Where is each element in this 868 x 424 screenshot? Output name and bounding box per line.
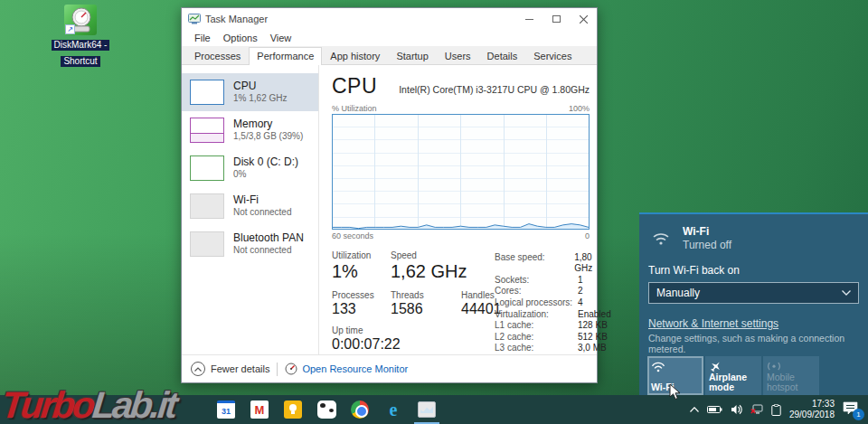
close-icon xyxy=(580,15,588,24)
chevron-up-icon xyxy=(690,407,699,412)
tray-expand-button[interactable] xyxy=(690,407,699,412)
detail-row: L2 cache:512 KB xyxy=(495,332,611,344)
shortcut-arrow-icon: ↗ xyxy=(65,24,75,34)
tab-bar: Processes Performance App history Startu… xyxy=(182,46,597,65)
cow-icon xyxy=(317,400,336,419)
notification-badge: 1 xyxy=(853,409,864,420)
titlebar[interactable]: Task Manager xyxy=(182,8,597,30)
tab-performance[interactable]: Performance xyxy=(249,47,322,65)
wifi-thumbnail xyxy=(190,193,224,219)
action-center-button[interactable]: 1 xyxy=(843,401,861,418)
sidebar-item-title: Wi-Fi xyxy=(233,194,292,206)
task-manager-window: Task Manager File Options View Processes… xyxy=(181,7,598,383)
stat-threads: Threads 1586 xyxy=(391,290,452,319)
gmail-icon: M xyxy=(250,400,269,419)
sidebar-item-subtitle: 1% 1,62 GHz xyxy=(233,92,287,104)
network-disconnected-icon[interactable] xyxy=(750,404,763,415)
graph-axis-zero: 0 xyxy=(585,231,590,240)
menu-item-options[interactable]: Options xyxy=(217,33,264,43)
cpu-details: Base speed:1,80 GHz Sockets:1 Cores:2 Lo… xyxy=(495,250,611,354)
sidebar-item-title: Memory xyxy=(233,118,303,130)
graph-axis-seconds: 60 seconds xyxy=(332,231,373,240)
sidebar-item-bluetooth-pan[interactable]: Bluetooth PAN Not connected xyxy=(182,225,318,263)
menu-item-view[interactable]: View xyxy=(264,33,298,43)
chevron-up-icon xyxy=(191,362,205,376)
maximize-button[interactable] xyxy=(542,9,570,29)
chevron-down-icon xyxy=(842,290,851,296)
sidebar-item-memory[interactable]: Memory 1,5/3,8 GB (39%) xyxy=(182,111,318,149)
fewer-details-button[interactable]: Fewer details xyxy=(191,362,269,376)
taskbar-icon-keep[interactable] xyxy=(282,399,304,420)
network-settings-link[interactable]: Network & Internet settings xyxy=(648,317,859,330)
cpu-thumbnail xyxy=(190,80,224,105)
wifi-flyout-title: Wi-Fi xyxy=(683,225,731,239)
window-title: Task Manager xyxy=(205,14,515,24)
tray-clock[interactable]: 17:33 29/09/2018 xyxy=(789,399,835,420)
cpu-usage-graph xyxy=(332,114,590,230)
desktop-background: ↗ DiskMark64 - Shortcut Task Manager xyxy=(0,0,868,424)
quick-action-tile-mobile-hotspot[interactable]: Mobile hotspot xyxy=(763,356,819,395)
close-button[interactable] xyxy=(570,9,597,29)
taskbar-icon-edge[interactable]: e xyxy=(382,399,404,420)
taskbar-icon-calendar[interactable]: 31 xyxy=(215,399,237,420)
battery-icon[interactable] xyxy=(707,405,722,414)
graph-axis-utilization: % Utilization xyxy=(332,104,377,113)
detail-row: Virtualization:Enabled xyxy=(495,309,611,321)
sidebar-item-cpu[interactable]: CPU 1% 1,62 GHz xyxy=(182,73,318,111)
clock-date: 29/09/2018 xyxy=(789,410,835,420)
wifi-status: Turned off xyxy=(683,239,731,252)
sidebar-item-wifi[interactable]: Wi-Fi Not connected xyxy=(182,187,318,225)
menubar: File Options View xyxy=(182,30,597,46)
tab-startup[interactable]: Startup xyxy=(388,47,436,64)
diskmark-shortcut[interactable]: ↗ DiskMark64 - Shortcut xyxy=(40,5,121,68)
detail-row: Sockets:1 xyxy=(495,275,611,287)
sidebar-item-title: Bluetooth PAN xyxy=(233,232,304,244)
stat-uptime: Up time 0:00:07:22 xyxy=(332,325,502,354)
sidebar-item-subtitle: 1,5/3,8 GB (39%) xyxy=(233,130,303,142)
disk-thumbnail xyxy=(190,155,224,181)
taskbar-icon-cow-app[interactable] xyxy=(316,399,337,420)
shortcut-label: DiskMark64 - xyxy=(52,40,110,51)
sidebar-item-subtitle: Not connected xyxy=(233,206,292,218)
task-manager-taskbar-icon xyxy=(418,401,436,418)
chrome-icon xyxy=(351,400,369,419)
minimize-button[interactable] xyxy=(515,9,542,29)
wifi-reenable-dropdown[interactable]: Manually xyxy=(648,282,859,304)
tab-users[interactable]: Users xyxy=(437,47,479,64)
sidebar-item-subtitle: Not connected xyxy=(233,244,304,256)
taskmanager-footer: Fewer details Open Resource Monitor xyxy=(182,354,597,382)
menu-item-file[interactable]: File xyxy=(188,33,217,43)
turn-wifi-back-on-label: Turn Wi-Fi back on xyxy=(648,264,859,277)
clock-time: 17:33 xyxy=(789,399,835,410)
detail-row: Logical processors:4 xyxy=(495,297,611,309)
diskmark-icon: ↗ xyxy=(64,5,97,35)
cpu-panel: CPU Intel(R) Core(TM) i3-3217U CPU @ 1.8… xyxy=(319,65,597,354)
quick-action-tile-airplane-mode[interactable]: Airplane mode xyxy=(705,356,761,395)
system-tray: 17:33 29/09/2018 1 xyxy=(690,399,868,420)
minimize-icon xyxy=(525,19,533,20)
clipboard-icon[interactable] xyxy=(771,404,781,416)
taskbar-icon-gmail[interactable]: M xyxy=(249,399,270,420)
memory-thumbnail xyxy=(190,118,224,143)
shortcut-label-line2: Shortcut xyxy=(61,56,99,67)
detail-row: L1 cache:128 KB xyxy=(495,320,611,332)
volume-icon[interactable] xyxy=(731,404,742,415)
task-manager-app-icon xyxy=(188,14,201,24)
sidebar-item-title: Disk 0 (C: D:) xyxy=(233,156,298,168)
stat-processes: Processes 133 xyxy=(332,290,382,319)
resource-monitor-link[interactable]: Open Resource Monitor xyxy=(285,363,408,375)
taskbar-icon-chrome[interactable] xyxy=(349,399,371,420)
footer-divider xyxy=(277,363,278,376)
bluetooth-thumbnail xyxy=(190,231,224,257)
sidebar-item-title: CPU xyxy=(233,80,287,92)
tab-details[interactable]: Details xyxy=(479,47,526,64)
detail-row: Base speed:1,80 GHz xyxy=(495,252,611,275)
taskbar-icon-task-manager[interactable] xyxy=(416,399,438,420)
tab-processes[interactable]: Processes xyxy=(186,47,249,64)
tab-services[interactable]: Services xyxy=(525,47,580,64)
keep-icon xyxy=(284,400,302,419)
tab-app-history[interactable]: App history xyxy=(322,47,388,64)
cpu-big-stats: Utilization 1% Speed 1,62 GHz Processes … xyxy=(332,250,491,354)
sidebar-item-disk[interactable]: Disk 0 (C: D:) 0% xyxy=(182,149,318,187)
cpu-heading: CPU xyxy=(332,74,377,99)
